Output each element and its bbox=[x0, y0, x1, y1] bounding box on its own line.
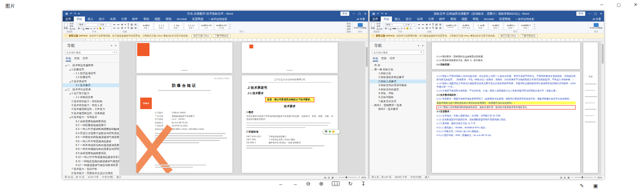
status-item[interactable]: 插入 bbox=[116, 176, 121, 179]
ribbon-tab[interactable]: 开始 bbox=[381, 17, 392, 22]
ribbon-tab[interactable]: 视图 bbox=[459, 17, 470, 22]
ribbon-tab[interactable]: 插入 bbox=[392, 17, 403, 22]
see-all-icon[interactable]: ▣ bbox=[593, 183, 598, 189]
page-partial-top[interactable]: 2.1.4 报价要求：投标报价含运杂费及全部税费。2.1.6 商务和资格要求详见… bbox=[432, 42, 580, 69]
zoom-percentage[interactable]: 80% bbox=[362, 176, 366, 179]
zoom-in-icon[interactable]: ⊕ bbox=[319, 181, 324, 186]
font-name-select[interactable]: 宋体▾ bbox=[385, 23, 403, 27]
format-painter-button[interactable]: 格式刷 bbox=[70, 28, 75, 30]
nav-outline-item[interactable]: ▷ 1.1 型式批准证书 bbox=[63, 71, 119, 75]
font-size-select[interactable]: 五号▾ bbox=[404, 23, 415, 27]
status-item[interactable]: 69754 个字 bbox=[395, 176, 407, 179]
web-layout-icon[interactable]: ▦ bbox=[332, 176, 334, 179]
share-button[interactable]: ⇄共享 bbox=[589, 17, 604, 22]
style-chip[interactable]: AaBbCcD Instruct... bbox=[444, 22, 458, 30]
nav-outline-item[interactable]: ◢ 二、技术评分应答表 bbox=[63, 87, 119, 91]
scroll-down-icon[interactable]: ▾ bbox=[229, 25, 231, 27]
vertical-scrollbar[interactable] bbox=[365, 41, 368, 175]
nav-outline-item[interactable]: 6.3 一种八叶片旋涡检测用围岩硅触体 bbox=[63, 127, 119, 131]
expand-collapse-icon[interactable]: ▷ bbox=[73, 72, 76, 75]
ribbon-tab[interactable]: 视图 bbox=[152, 17, 163, 22]
expand-collapse-icon[interactable]: ◢ bbox=[68, 92, 71, 95]
ribbon-tab[interactable]: 邮件 bbox=[129, 17, 141, 22]
maximize-icon[interactable]: ▢ bbox=[610, 0, 627, 9]
signin-button[interactable]: 登录 bbox=[340, 12, 349, 16]
read-mode-icon[interactable]: ▤ bbox=[324, 176, 326, 179]
expand-collapse-icon[interactable]: ◢ bbox=[64, 88, 67, 91]
nav-outline-item[interactable]: 6.11 一种稳态监视的旋进旋涡气体流量计 bbox=[63, 159, 119, 163]
styles-more-icon[interactable]: ≡ bbox=[229, 28, 231, 30]
paragraph-format-icon[interactable]: ¶ bbox=[432, 23, 434, 26]
nav-outline-item[interactable]: 6.2 一种防爆型电磁流量计 bbox=[63, 123, 119, 127]
page-top-left[interactable] bbox=[136, 42, 232, 73]
paragraph-format-icon[interactable]: ≕ bbox=[422, 27, 425, 30]
ribbon-tab[interactable]: 审阅 bbox=[448, 17, 459, 22]
qat-icon[interactable]: ↶ bbox=[70, 12, 72, 15]
paragraph-format-icon[interactable]: ▤ bbox=[131, 23, 133, 26]
style-chip[interactable]: AABBCC 标题 6 bbox=[519, 22, 533, 30]
font-format-icon[interactable]: I bbox=[81, 27, 81, 30]
font-format-icon[interactable]: A bbox=[103, 27, 104, 30]
font-format-icon[interactable]: A bbox=[96, 27, 98, 30]
style-chip[interactable]: AaBbCcD 正文 bbox=[199, 22, 213, 30]
nav-outline-item[interactable]: 2.投标须知及响应要求 bbox=[370, 75, 426, 79]
nav-outline-item[interactable]: ◢ 1 防爆证书 bbox=[63, 67, 119, 71]
rotate-icon[interactable]: ↻ bbox=[348, 181, 353, 186]
paragraph-format-icon[interactable]: ≕ bbox=[117, 27, 120, 30]
close-icon[interactable]: ✕ bbox=[598, 12, 604, 15]
expand-collapse-icon[interactable]: ◢ bbox=[68, 116, 71, 118]
nav-outline-item[interactable]: ◢ 6 技术能力：专利技术 bbox=[63, 115, 119, 119]
qat-icon[interactable]: ▤ bbox=[372, 12, 375, 15]
ribbon-tab[interactable]: Acrobat bbox=[481, 17, 496, 22]
paragraph-format-icon[interactable]: ▤ bbox=[131, 27, 133, 30]
zoom-out-button[interactable]: − bbox=[335, 176, 337, 179]
paragraph-format-icon[interactable]: ≣ bbox=[121, 27, 123, 30]
nav-outline-item[interactable]: 6.10 一种八叶片导流旋涡起旋器安装壳座 bbox=[63, 155, 119, 159]
nav-outline-item[interactable]: 6.7 一种具有铠装结构的旋进旋涡流量计 bbox=[63, 143, 119, 147]
nav-outline-item[interactable]: 5 技术规范响应性：仪表精度 bbox=[63, 111, 119, 115]
font-name-select[interactable]: 宋体▾ bbox=[78, 23, 98, 27]
paste-button[interactable]: 粘贴 bbox=[371, 23, 375, 30]
save-to-pan-button[interactable]: 保存到 百度网盘 bbox=[590, 23, 603, 29]
scroll-up-icon[interactable]: ▴ bbox=[534, 23, 535, 25]
tell-me-search[interactable]: ○操作说明搜索 bbox=[513, 17, 536, 22]
learn-more-button[interactable]: 了解详细信息 bbox=[213, 34, 231, 38]
styles-more-icon[interactable]: ≡ bbox=[534, 28, 535, 30]
nav-search-box[interactable]: ✕ bbox=[372, 50, 424, 55]
ribbon-tab[interactable]: 帮助 bbox=[163, 17, 174, 22]
nav-outline-item[interactable]: ▷ 第一章 招标公告 bbox=[370, 67, 426, 71]
status-item[interactable]: 中文(中国) bbox=[410, 176, 422, 179]
scroll-down-icon[interactable]: ▾ bbox=[534, 25, 535, 27]
edit-create-icon[interactable]: ✎ bbox=[580, 183, 584, 189]
zoom-percentage[interactable]: 90% bbox=[598, 176, 602, 179]
nav-tab[interactable]: 结果 bbox=[83, 56, 88, 61]
ribbon-tab[interactable]: 审阅 bbox=[141, 17, 152, 22]
paragraph-format-icon[interactable]: ≔ bbox=[113, 23, 116, 26]
style-chip[interactable]: 1. AaB 标题 1 bbox=[474, 22, 488, 30]
font-format-icon[interactable]: B bbox=[385, 27, 387, 30]
zoom-in-button[interactable]: + bbox=[359, 176, 360, 179]
minimize-icon[interactable]: ─ bbox=[593, 0, 610, 9]
style-chip[interactable]: AaBbCcD 无间隔 bbox=[214, 22, 228, 30]
ribbon-tab[interactable]: 帮助 bbox=[470, 17, 481, 22]
paragraph-format-icon[interactable]: ≔ bbox=[418, 27, 420, 30]
paste-button[interactable]: 粘贴 bbox=[64, 23, 68, 30]
style-chip[interactable]: 1. An 标题 3 bbox=[169, 22, 183, 30]
nav-outline-item[interactable]: ◢ 2 技术承诺书 bbox=[63, 80, 119, 83]
paragraph-format-icon[interactable]: ≕ bbox=[117, 23, 120, 26]
scrollbar-thumb[interactable] bbox=[602, 44, 604, 64]
nav-outline-item[interactable]: 6.8 一种具有储能结构的流量自动控制装置 bbox=[63, 147, 119, 151]
cut-button[interactable]: 剪切 bbox=[377, 22, 382, 25]
zoom-out-button[interactable]: − bbox=[571, 176, 573, 179]
expand-collapse-icon[interactable]: ▷ bbox=[371, 68, 374, 71]
status-item[interactable]: 中文(中国) bbox=[102, 176, 113, 179]
style-chip[interactable]: AaBbC 标题 1 bbox=[139, 22, 153, 30]
scrollbar-thumb[interactable] bbox=[366, 47, 368, 67]
format-painter-button[interactable]: 格式刷 bbox=[377, 28, 382, 30]
nav-outline-item[interactable]: 4.投标文件的递交 bbox=[370, 87, 426, 91]
style-chip[interactable]: 1.1.1.1 标题 5 bbox=[184, 22, 198, 30]
search-drop-icon[interactable]: ▾ bbox=[114, 51, 115, 54]
qat-icon[interactable]: ↷ bbox=[381, 12, 383, 15]
chevron-down-icon[interactable]: ▾ bbox=[418, 44, 420, 47]
expand-collapse-icon[interactable]: ◢ bbox=[64, 64, 67, 66]
